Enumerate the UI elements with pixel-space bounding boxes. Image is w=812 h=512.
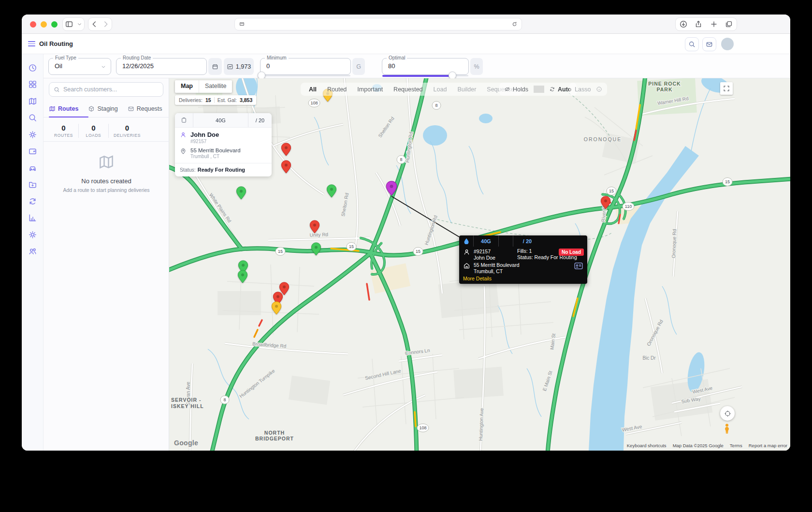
filter-requested[interactable]: Requested <box>388 86 428 93</box>
downloads-icon[interactable] <box>679 20 688 29</box>
location-pin-icon <box>180 148 187 155</box>
keyboard-shortcuts-link[interactable]: Keyboard shortcuts <box>627 443 667 448</box>
close-window-button[interactable] <box>30 21 36 28</box>
pegman-icon[interactable] <box>724 424 730 436</box>
contact-card-icon[interactable] <box>574 263 583 271</box>
address-bar[interactable] <box>234 18 522 30</box>
filter-all[interactable]: All <box>304 86 322 93</box>
avatar[interactable] <box>721 38 734 50</box>
svg-text:15: 15 <box>725 179 730 184</box>
svg-text:NORTH: NORTH <box>264 430 285 436</box>
search-icon <box>688 41 696 48</box>
droplet-icon <box>464 238 469 244</box>
holds-button[interactable]: Holds <box>508 86 534 93</box>
filter-important[interactable]: Important <box>352 86 388 93</box>
tab-overview-icon[interactable] <box>725 20 733 29</box>
search-icon <box>54 87 60 93</box>
filter-routed[interactable]: Routed <box>322 86 352 93</box>
map-icon[interactable] <box>28 97 37 106</box>
tooltip-customer-id: #92157 <box>474 249 495 255</box>
card-city: Trumbull , CT <box>190 154 241 159</box>
minimum-slider-track[interactable] <box>261 75 350 76</box>
mail-icon <box>706 41 713 48</box>
search-input[interactable] <box>63 86 159 93</box>
settings-icon[interactable] <box>28 230 37 239</box>
tooltip-address: 55 Merritt Boulevard <box>474 262 520 268</box>
fullscreen-button[interactable] <box>720 82 733 95</box>
sidebar-toggle-icon[interactable] <box>65 20 73 29</box>
tooltip-address-row: 55 Merritt Boulevard Trumbull, CT <box>463 262 520 275</box>
deliveries-value: 15 <box>205 97 211 103</box>
folder-add-icon[interactable] <box>28 180 37 189</box>
share-icon[interactable] <box>694 20 703 29</box>
gallons-stat-chip[interactable]: 1,973 <box>224 58 254 75</box>
svg-text:15: 15 <box>278 249 283 254</box>
menu-icon[interactable] <box>28 41 35 46</box>
minimum-input[interactable] <box>266 62 338 70</box>
empty-state: No routes created Add a route to start p… <box>44 153 169 193</box>
compass-icon <box>724 410 731 417</box>
minimum-field[interactable]: Minimum <box>260 58 351 75</box>
routing-date-field[interactable]: Routing Date <box>116 58 207 75</box>
reload-icon[interactable] <box>511 20 518 29</box>
customer-search[interactable] <box>49 82 163 97</box>
svg-text:8: 8 <box>400 157 402 162</box>
svg-text:PINE ROCK: PINE ROCK <box>648 81 681 87</box>
zoom-window-button[interactable] <box>51 21 58 28</box>
card-customer-name: John Doe <box>190 131 219 138</box>
deliveries-label: Deliveries: <box>179 97 203 103</box>
wallet-icon[interactable] <box>28 146 37 156</box>
more-details-link[interactable]: More Details <box>463 276 492 281</box>
sync-icon[interactable] <box>28 197 37 206</box>
forward-icon[interactable] <box>102 20 110 29</box>
tab-routes[interactable]: Routes <box>49 103 78 114</box>
map-canvas[interactable]: 108 8 8 15 15 15 8 108 110 15 15 Shelton… <box>169 78 790 451</box>
terms-link[interactable]: Terms <box>730 443 742 448</box>
fuel-type-select[interactable]: Fuel Type Oil <box>48 58 111 75</box>
report-error-link[interactable]: Report a map error <box>749 443 787 448</box>
person-icon <box>463 249 470 256</box>
optimal-slider-fill <box>382 75 451 77</box>
home-icon <box>463 262 470 269</box>
google-logo[interactable]: Google <box>174 439 198 447</box>
optimal-field[interactable]: Optimal <box>382 58 469 75</box>
gallons-label: Est. Gal: <box>218 97 237 103</box>
team-icon[interactable] <box>28 247 37 256</box>
filter-load[interactable]: Load <box>428 86 452 93</box>
trend-icon <box>227 63 233 70</box>
dashboard-icon[interactable] <box>28 80 37 89</box>
header-search-button[interactable] <box>685 37 699 51</box>
svg-text:108: 108 <box>310 101 318 105</box>
tab-staging[interactable]: Staging <box>88 103 117 114</box>
routing-date-input[interactable] <box>122 62 194 70</box>
minimize-window-button[interactable] <box>41 21 47 28</box>
back-icon[interactable] <box>90 20 99 29</box>
my-location-button[interactable] <box>720 406 735 421</box>
chart-icon[interactable] <box>28 213 37 222</box>
id-card-icon <box>574 263 583 269</box>
header-mail-button[interactable] <box>702 37 716 51</box>
search-icon[interactable] <box>28 113 37 122</box>
tab-requests[interactable]: Requests <box>128 103 162 114</box>
gear-icon[interactable] <box>28 130 37 139</box>
chevron-down-icon[interactable] <box>77 20 82 29</box>
icon-rail <box>22 54 44 451</box>
filter-builder[interactable]: Builder <box>452 86 481 93</box>
map-type-map[interactable]: Map <box>175 80 199 93</box>
chrome-right-buttons <box>675 17 737 31</box>
optimal-input[interactable] <box>388 62 457 70</box>
tooltip-customer-name: John Doe <box>474 255 495 261</box>
customer-card: 40G / 20 John Doe #92157 55 Merritt Boul… <box>175 113 272 176</box>
svg-text:SERVOIR -: SERVOIR - <box>171 397 201 403</box>
info-icon[interactable] <box>596 86 602 92</box>
card-status-row: Status:Ready For Routing <box>175 163 272 176</box>
browser-window: Oil Routing Fuel Type Oil Routing Date <box>22 15 790 451</box>
map-type-satellite[interactable]: Satellite <box>199 80 232 93</box>
lasso-button[interactable]: Lasso <box>569 86 596 93</box>
calendar-button[interactable] <box>208 58 222 75</box>
svg-text:110: 110 <box>625 204 632 209</box>
vehicle-icon[interactable] <box>28 163 37 173</box>
new-tab-icon[interactable] <box>710 20 718 29</box>
map-icon <box>98 153 115 171</box>
clock-icon[interactable] <box>28 63 37 73</box>
